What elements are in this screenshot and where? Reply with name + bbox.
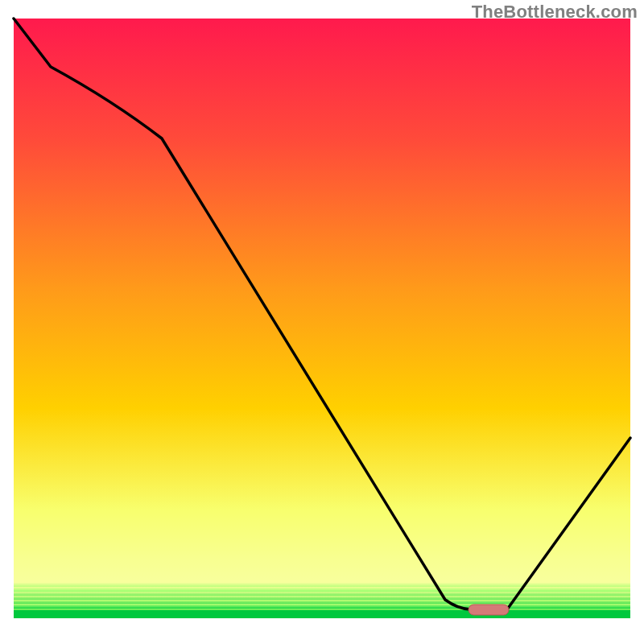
gradient-background	[14, 19, 630, 618]
current-config-marker	[469, 605, 509, 615]
watermark-text: TheBottleneck.com	[472, 2, 638, 23]
chart-svg	[0, 0, 644, 644]
bottleneck-chart: TheBottleneck.com	[0, 0, 644, 644]
green-solid-strip	[14, 610, 630, 618]
plot-area	[14, 19, 630, 618]
